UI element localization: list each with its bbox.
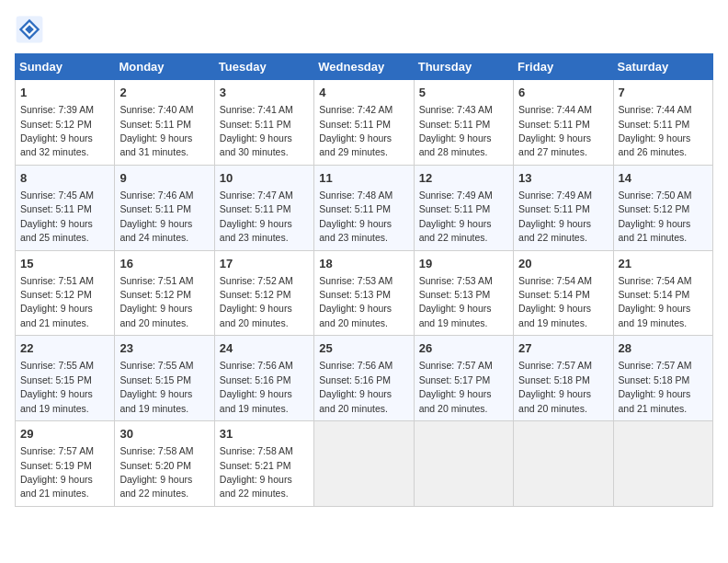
day-info: Sunrise: 7:44 AMSunset: 5:11 PMDaylight:… — [619, 104, 692, 157]
calendar-header-cell: Saturday — [613, 54, 712, 80]
calendar-cell: 9 Sunrise: 7:46 AMSunset: 5:11 PMDayligh… — [115, 165, 214, 250]
calendar-header-row: SundayMondayTuesdayWednesdayThursdayFrid… — [16, 54, 713, 80]
calendar-cell: 7 Sunrise: 7:44 AMSunset: 5:11 PMDayligh… — [613, 80, 712, 166]
day-number: 19 — [419, 256, 508, 272]
day-info: Sunrise: 7:49 AMSunset: 5:11 PMDaylight:… — [518, 190, 592, 243]
day-number: 3 — [220, 85, 309, 101]
day-info: Sunrise: 7:52 AMSunset: 5:12 PMDaylight:… — [220, 275, 293, 328]
day-info: Sunrise: 7:55 AMSunset: 5:15 PMDaylight:… — [20, 360, 94, 413]
day-info: Sunrise: 7:56 AMSunset: 5:16 PMDaylight:… — [220, 360, 293, 413]
day-number: 27 — [518, 340, 608, 357]
day-info: Sunrise: 7:41 AMSunset: 5:11 PMDaylight:… — [220, 104, 293, 157]
calendar-cell — [613, 421, 712, 507]
calendar-cell: 11 Sunrise: 7:48 AMSunset: 5:11 PMDaylig… — [314, 165, 414, 250]
day-info: Sunrise: 7:44 AMSunset: 5:11 PMDaylight:… — [518, 104, 592, 157]
day-number: 23 — [119, 340, 209, 357]
calendar-cell: 31 Sunrise: 7:58 AMSunset: 5:21 PMDaylig… — [214, 421, 313, 507]
calendar-header-cell: Monday — [115, 54, 214, 80]
day-number: 5 — [419, 85, 508, 101]
day-number: 15 — [20, 256, 109, 272]
calendar-week-row: 22 Sunrise: 7:55 AMSunset: 5:15 PMDaylig… — [16, 336, 713, 421]
calendar-header-cell: Wednesday — [314, 54, 414, 80]
day-info: Sunrise: 7:56 AMSunset: 5:16 PMDaylight:… — [319, 360, 392, 413]
calendar-header-cell: Sunday — [16, 54, 115, 80]
day-info: Sunrise: 7:54 AMSunset: 5:14 PMDaylight:… — [619, 275, 692, 328]
calendar-header-cell: Thursday — [414, 54, 513, 80]
day-info: Sunrise: 7:57 AMSunset: 5:18 PMDaylight:… — [619, 360, 692, 413]
day-number: 6 — [518, 85, 608, 101]
day-number: 17 — [220, 256, 309, 272]
calendar-cell: 26 Sunrise: 7:57 AMSunset: 5:17 PMDaylig… — [414, 336, 513, 421]
day-info: Sunrise: 7:57 AMSunset: 5:18 PMDaylight:… — [518, 360, 592, 413]
day-info: Sunrise: 7:47 AMSunset: 5:11 PMDaylight:… — [220, 190, 293, 243]
day-number: 13 — [518, 170, 608, 187]
day-number: 2 — [119, 85, 209, 101]
day-info: Sunrise: 7:51 AMSunset: 5:12 PMDaylight:… — [20, 275, 94, 328]
day-info: Sunrise: 7:51 AMSunset: 5:12 PMDaylight:… — [119, 275, 193, 328]
day-info: Sunrise: 7:58 AMSunset: 5:20 PMDaylight:… — [119, 445, 193, 499]
day-number: 25 — [319, 340, 408, 357]
day-info: Sunrise: 7:39 AMSunset: 5:12 PMDaylight:… — [20, 104, 94, 157]
calendar-week-row: 29 Sunrise: 7:57 AMSunset: 5:19 PMDaylig… — [16, 421, 713, 507]
day-info: Sunrise: 7:50 AMSunset: 5:12 PMDaylight:… — [619, 190, 692, 243]
calendar-week-row: 15 Sunrise: 7:51 AMSunset: 5:12 PMDaylig… — [16, 250, 713, 336]
day-number: 11 — [319, 170, 408, 187]
day-info: Sunrise: 7:53 AMSunset: 5:13 PMDaylight:… — [319, 275, 392, 328]
calendar-cell: 27 Sunrise: 7:57 AMSunset: 5:18 PMDaylig… — [514, 336, 613, 421]
calendar-cell: 12 Sunrise: 7:49 AMSunset: 5:11 PMDaylig… — [414, 165, 513, 250]
day-info: Sunrise: 7:43 AMSunset: 5:11 PMDaylight:… — [419, 104, 493, 157]
day-number: 14 — [619, 170, 708, 187]
calendar-body: 1 Sunrise: 7:39 AMSunset: 5:12 PMDayligh… — [16, 80, 713, 507]
calendar-cell: 24 Sunrise: 7:56 AMSunset: 5:16 PMDaylig… — [214, 336, 313, 421]
day-info: Sunrise: 7:55 AMSunset: 5:15 PMDaylight:… — [119, 360, 193, 413]
day-number: 21 — [619, 256, 708, 272]
calendar-cell: 29 Sunrise: 7:57 AMSunset: 5:19 PMDaylig… — [16, 421, 115, 507]
day-info: Sunrise: 7:53 AMSunset: 5:13 PMDaylight:… — [419, 275, 493, 328]
day-number: 12 — [419, 170, 508, 187]
day-info: Sunrise: 7:57 AMSunset: 5:17 PMDaylight:… — [419, 360, 493, 413]
logo — [15, 15, 48, 44]
day-number: 31 — [220, 426, 309, 442]
calendar-cell: 5 Sunrise: 7:43 AMSunset: 5:11 PMDayligh… — [414, 80, 513, 166]
day-info: Sunrise: 7:48 AMSunset: 5:11 PMDaylight:… — [319, 190, 392, 243]
calendar-cell: 20 Sunrise: 7:54 AMSunset: 5:14 PMDaylig… — [514, 250, 613, 336]
day-number: 18 — [319, 256, 408, 272]
day-number: 16 — [119, 256, 209, 272]
day-info: Sunrise: 7:57 AMSunset: 5:19 PMDaylight:… — [20, 445, 94, 499]
calendar-cell: 15 Sunrise: 7:51 AMSunset: 5:12 PMDaylig… — [16, 250, 115, 336]
calendar-header-cell: Friday — [514, 54, 613, 80]
calendar-cell: 4 Sunrise: 7:42 AMSunset: 5:11 PMDayligh… — [314, 80, 414, 166]
day-number: 9 — [119, 170, 209, 187]
calendar-week-row: 8 Sunrise: 7:45 AMSunset: 5:11 PMDayligh… — [16, 165, 713, 250]
calendar-cell: 17 Sunrise: 7:52 AMSunset: 5:12 PMDaylig… — [214, 250, 313, 336]
calendar-cell: 18 Sunrise: 7:53 AMSunset: 5:13 PMDaylig… — [314, 250, 414, 336]
day-number: 4 — [319, 85, 408, 101]
calendar-cell — [414, 421, 513, 507]
day-info: Sunrise: 7:40 AMSunset: 5:11 PMDaylight:… — [119, 104, 193, 157]
logo-icon — [15, 15, 44, 44]
day-number: 7 — [619, 85, 708, 101]
calendar-cell: 28 Sunrise: 7:57 AMSunset: 5:18 PMDaylig… — [613, 336, 712, 421]
calendar-cell — [514, 421, 613, 507]
calendar-cell: 16 Sunrise: 7:51 AMSunset: 5:12 PMDaylig… — [115, 250, 214, 336]
calendar-cell: 21 Sunrise: 7:54 AMSunset: 5:14 PMDaylig… — [613, 250, 712, 336]
day-info: Sunrise: 7:42 AMSunset: 5:11 PMDaylight:… — [319, 104, 392, 157]
calendar-cell — [314, 421, 414, 507]
calendar-table: SundayMondayTuesdayWednesdayThursdayFrid… — [15, 53, 713, 507]
calendar-cell: 22 Sunrise: 7:55 AMSunset: 5:15 PMDaylig… — [16, 336, 115, 421]
calendar-cell: 30 Sunrise: 7:58 AMSunset: 5:20 PMDaylig… — [115, 421, 214, 507]
calendar-cell: 6 Sunrise: 7:44 AMSunset: 5:11 PMDayligh… — [514, 80, 613, 166]
day-info: Sunrise: 7:49 AMSunset: 5:11 PMDaylight:… — [419, 190, 493, 243]
day-info: Sunrise: 7:54 AMSunset: 5:14 PMDaylight:… — [518, 275, 592, 328]
calendar-cell: 8 Sunrise: 7:45 AMSunset: 5:11 PMDayligh… — [16, 165, 115, 250]
day-number: 10 — [220, 170, 309, 187]
calendar-cell: 3 Sunrise: 7:41 AMSunset: 5:11 PMDayligh… — [214, 80, 313, 166]
calendar-cell: 2 Sunrise: 7:40 AMSunset: 5:11 PMDayligh… — [115, 80, 214, 166]
calendar-cell: 13 Sunrise: 7:49 AMSunset: 5:11 PMDaylig… — [514, 165, 613, 250]
calendar-header-cell: Tuesday — [214, 54, 313, 80]
day-info: Sunrise: 7:46 AMSunset: 5:11 PMDaylight:… — [119, 190, 193, 243]
day-info: Sunrise: 7:45 AMSunset: 5:11 PMDaylight:… — [20, 190, 94, 243]
calendar-cell: 23 Sunrise: 7:55 AMSunset: 5:15 PMDaylig… — [115, 336, 214, 421]
day-info: Sunrise: 7:58 AMSunset: 5:21 PMDaylight:… — [220, 445, 293, 499]
day-number: 28 — [619, 340, 708, 357]
